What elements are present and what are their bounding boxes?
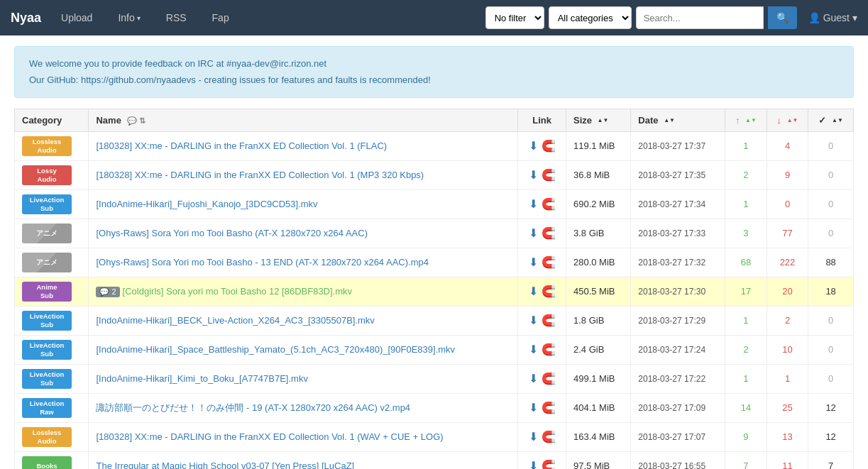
category-badge: LossyAudio (22, 165, 72, 185)
row-leechers: 77 (767, 219, 808, 248)
leechers-sort-icon: ▲▼ (787, 118, 798, 123)
col-header-leechers[interactable]: ↓ ▲▼ (767, 109, 808, 131)
row-leechers: 2 (767, 306, 808, 335)
table-row: アニメ [Ohys-Raws] Sora Yori mo Tooi Basho … (15, 248, 854, 277)
badge-text: アニメ (36, 229, 57, 237)
torrent-name-link[interactable]: [IndoAnime-Hikari]_Kimi_to_Boku_[A7747B7… (96, 373, 307, 384)
col-header-category[interactable]: Category (15, 109, 89, 131)
brand-logo[interactable]: Nyaa (11, 11, 41, 26)
magnet-icon[interactable]: 🧲 (542, 197, 556, 211)
download-icon[interactable]: ⬇ (529, 139, 538, 153)
download-icon[interactable]: ⬇ (529, 285, 538, 298)
completed-count: 0 (828, 170, 833, 180)
row-completed: 18 (808, 277, 854, 306)
magnet-icon[interactable]: 🧲 (542, 314, 556, 327)
torrent-name-link[interactable]: [180328] XX:me - DARLING in the FranXX E… (96, 170, 424, 180)
col-header-link[interactable]: Link (518, 109, 566, 131)
search-button[interactable]: 🔍 (768, 6, 797, 29)
download-icon[interactable]: ⬇ (529, 430, 538, 443)
seeder-count: 17 (741, 286, 751, 297)
torrent-name-link[interactable]: [IndoAnime-Hikari]_Space_Battleship_Yama… (96, 344, 455, 355)
search-input[interactable] (636, 6, 764, 29)
row-size: 119.1 MiB (566, 131, 630, 160)
col-header-date[interactable]: Date ▲▼ (631, 109, 725, 131)
download-icon[interactable]: ⬇ (529, 401, 538, 414)
col-header-name[interactable]: Name 💬 ⇅ (89, 109, 518, 131)
torrent-name-link[interactable]: [IndoAnime-Hikari]_BECK_Live-Action_X264… (96, 315, 374, 326)
col-header-seeders[interactable]: ↑ ▲▼ (725, 109, 767, 131)
torrent-name-link[interactable]: The Irregular at Magic High School v03-0… (96, 460, 354, 469)
row-leechers: 13 (767, 422, 808, 451)
col-header-size[interactable]: Size ▲▼ (566, 109, 630, 131)
nav-rss[interactable]: RSS (160, 9, 192, 27)
download-icon[interactable]: ⬇ (529, 314, 538, 327)
torrent-name-link[interactable]: [Coldgirls] Sora yori mo Tooi Basho 12 [… (123, 286, 352, 297)
leecher-count: 11 (782, 460, 792, 469)
table-row: LiveActionSub [IndoAnime-Hikari]_Kimi_to… (15, 364, 854, 393)
row-category: LossyAudio (15, 160, 89, 189)
search-icon: 🔍 (776, 12, 789, 23)
torrents-table-container: Category Name 💬 ⇅ Link Size ▲▼ Date ▲▼ (14, 109, 854, 469)
nav-info-dropdown[interactable]: Info ▾ (112, 9, 145, 27)
row-name: [180328] XX:me - DARLING in the FranXX E… (89, 160, 518, 189)
guest-dropdown[interactable]: 👤 Guest ▾ (808, 12, 857, 23)
leecher-count: 2 (785, 315, 790, 326)
download-icon[interactable]: ⬇ (529, 372, 538, 385)
row-links: ⬇ 🧲 (518, 451, 566, 469)
download-icon[interactable]: ⬇ (529, 255, 538, 269)
torrent-name-link[interactable]: [IndoAnime-Hikari]_Fujoshi_Kanojo_[3DC9C… (96, 199, 317, 209)
col-header-completed[interactable]: ✓ ▲▼ (808, 109, 854, 131)
row-category: LiveActionRaw (15, 393, 89, 422)
magnet-icon[interactable]: 🧲 (542, 226, 556, 240)
magnet-icon[interactable]: 🧲 (542, 343, 556, 356)
magnet-icon[interactable]: 🧲 (542, 459, 556, 469)
row-links: ⬇ 🧲 (518, 277, 566, 306)
download-icon[interactable]: ⬇ (529, 168, 538, 182)
magnet-icon[interactable]: 🧲 (542, 430, 556, 443)
download-icon[interactable]: ⬇ (529, 343, 538, 356)
torrent-name-link[interactable]: [180328] XX:me - DARLING in the FranXX E… (96, 431, 443, 442)
table-row: アニメ [Ohys-Raws] Sora Yori mo Tooi Basho … (15, 219, 854, 248)
row-name: [IndoAnime-Hikari]_Kimi_to_Boku_[A7747B7… (89, 364, 518, 393)
torrent-name-link[interactable]: [Ohys-Raws] Sora Yori mo Tooi Basho (AT-… (96, 228, 368, 238)
magnet-icon[interactable]: 🧲 (542, 139, 556, 153)
seeder-count: 1 (743, 315, 748, 326)
torrent-name-link[interactable]: 諏訪部順一のとびだせ！！のみ仲間 - 19 (AT-X 1280x720 x26… (96, 402, 410, 413)
category-badge: アニメ (22, 253, 72, 272)
nav-upload[interactable]: Upload (55, 9, 98, 27)
row-completed: 88 (808, 248, 854, 277)
badge-text: LosslessAudio (33, 138, 62, 154)
torrent-name-link[interactable]: [180328] XX:me - DARLING in the FranXX E… (96, 140, 387, 151)
row-links: ⬇ 🧲 (518, 248, 566, 277)
category-select[interactable]: All categories (549, 6, 632, 29)
torrent-name-link[interactable]: [Ohys-Raws] Sora Yori mo Tooi Basho - 13… (96, 257, 428, 267)
row-category: アニメ (15, 248, 89, 277)
info-alert: We welcome you to provide feedback on IR… (14, 46, 854, 98)
magnet-icon[interactable]: 🧲 (542, 372, 556, 385)
row-seeders: 3 (725, 219, 767, 248)
row-date: 2018-03-27 17:33 (631, 219, 725, 248)
magnet-icon[interactable]: 🧲 (542, 285, 556, 298)
download-icon[interactable]: ⬇ (529, 226, 538, 240)
guest-label: Guest (823, 12, 850, 23)
magnet-icon[interactable]: 🧲 (542, 401, 556, 414)
row-name: [180328] XX:me - DARLING in the FranXX E… (89, 422, 518, 451)
row-size: 3.8 GiB (566, 219, 630, 248)
nav-fap[interactable]: Fap (207, 9, 235, 27)
download-icon[interactable]: ⬇ (529, 197, 538, 211)
completed-count: 0 (828, 140, 833, 151)
row-date: 2018-03-27 17:37 (631, 131, 725, 160)
row-category: LiveActionSub (15, 335, 89, 364)
alert-line2: Our GitHub: https://github.com/nyaadevs … (29, 72, 839, 88)
completed-count: 18 (825, 286, 835, 297)
seeders-icon: ↑ (735, 115, 740, 126)
magnet-icon[interactable]: 🧲 (542, 168, 556, 182)
magnet-icon[interactable]: 🧲 (542, 255, 556, 269)
badge-text: AnimeSub (36, 283, 57, 299)
badge-text: LiveActionSub (30, 196, 65, 212)
seeder-count: 7 (743, 460, 748, 469)
row-size: 280.0 MiB (566, 248, 630, 277)
filter-select[interactable]: No filter (485, 6, 544, 29)
row-category: LiveActionSub (15, 189, 89, 219)
download-icon[interactable]: ⬇ (529, 459, 538, 469)
